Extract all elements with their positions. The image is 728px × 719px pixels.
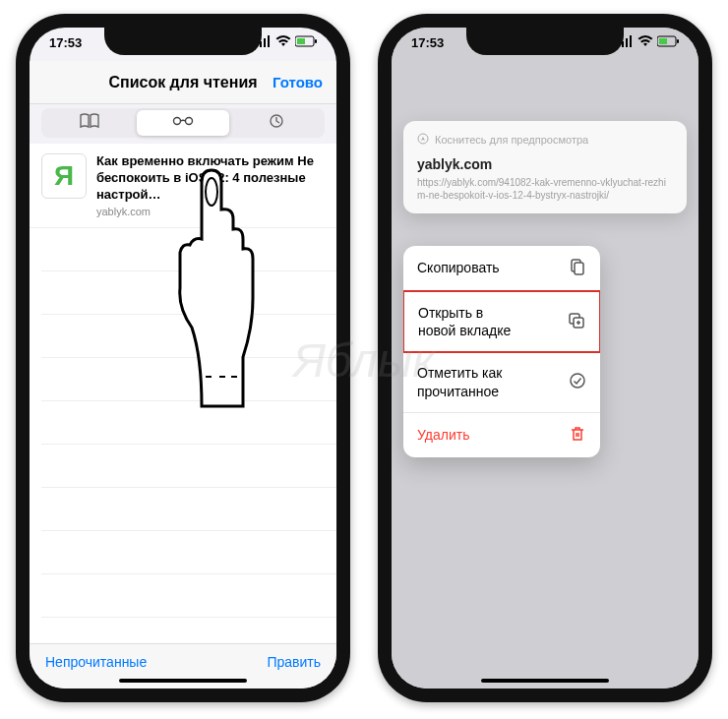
battery-icon: [295, 35, 317, 50]
notch: [466, 28, 624, 55]
segmented-control[interactable]: [41, 108, 325, 138]
context-menu: Скопировать Открыть в новой вкладке Отме…: [403, 246, 600, 457]
svg-rect-17: [659, 38, 667, 44]
iphone-left: 17:53 Список для чтения Готово: [16, 14, 350, 702]
battery-icon: [657, 35, 679, 50]
preview-hint: Коснитесь для предпросмотра: [417, 133, 673, 147]
menu-mark-label: Отметить как прочитанное: [417, 364, 502, 399]
iphone-right: 17:53 Коснитесь для предпросмотра yablyk…: [378, 14, 712, 702]
trash-icon: [569, 425, 586, 446]
site-favicon: Я: [41, 153, 87, 199]
book-icon: [79, 113, 100, 133]
svg-rect-14: [630, 35, 632, 47]
svg-point-7: [174, 118, 181, 125]
menu-open-label: Открыть в новой вкладке: [418, 304, 511, 339]
clock-icon: [266, 113, 287, 133]
checkmark-circle-icon: [569, 372, 586, 392]
screen-left: 17:53 Список для чтения Готово: [30, 28, 336, 689]
empty-row: [41, 488, 336, 531]
svg-point-8: [186, 118, 193, 125]
menu-mark-read[interactable]: Отметить как прочитанное: [403, 352, 600, 412]
copy-icon: [569, 258, 586, 278]
svg-rect-2: [264, 38, 266, 47]
nav-bar: Список для чтения Готово: [30, 61, 336, 104]
notch: [104, 28, 262, 55]
unread-button[interactable]: Непрочитанные: [45, 654, 147, 670]
menu-copy[interactable]: Скопировать: [403, 246, 600, 291]
status-time: 17:53: [411, 35, 444, 50]
menu-delete[interactable]: Удалить: [403, 413, 600, 457]
compass-icon: [417, 133, 429, 147]
status-right: [256, 35, 317, 50]
svg-rect-13: [626, 38, 628, 47]
done-button[interactable]: Готово: [273, 74, 323, 90]
segment-history[interactable]: [229, 110, 323, 136]
menu-copy-label: Скопировать: [417, 259, 500, 276]
tap-gesture-icon: [172, 160, 261, 420]
svg-rect-6: [297, 38, 305, 44]
svg-point-23: [571, 374, 584, 388]
status-right: [618, 35, 679, 50]
preview-hint-label: Коснитесь для предпросмотра: [435, 134, 588, 146]
svg-rect-20: [575, 263, 583, 274]
glasses-icon: [172, 113, 194, 133]
home-indicator[interactable]: [481, 679, 609, 683]
preview-card[interactable]: Коснитесь для предпросмотра yablyk.com h…: [403, 121, 687, 213]
plus-square-icon: [568, 312, 585, 332]
screen-right: 17:53 Коснитесь для предпросмотра yablyk…: [392, 28, 698, 689]
wifi-icon: [275, 35, 291, 50]
menu-delete-label: Удалить: [417, 426, 469, 444]
empty-row: [41, 531, 336, 574]
svg-rect-16: [677, 39, 679, 43]
edit-button[interactable]: Править: [267, 654, 321, 670]
home-indicator[interactable]: [119, 679, 247, 683]
segment-bookmarks[interactable]: [43, 110, 137, 136]
nav-title: Список для чтения: [108, 74, 257, 91]
menu-open-new-tab[interactable]: Открыть в новой вкладке: [403, 290, 600, 353]
preview-domain: yablyk.com: [417, 156, 673, 172]
wifi-icon: [637, 35, 653, 50]
status-time: 17:53: [49, 35, 82, 50]
empty-row: [41, 574, 336, 618]
svg-rect-3: [268, 35, 270, 47]
preview-url: https://yablyk.com/941082-kak-vremenno-v…: [417, 176, 673, 202]
empty-row: [41, 445, 336, 488]
svg-rect-5: [315, 39, 317, 43]
segment-reading-list[interactable]: [137, 110, 230, 136]
